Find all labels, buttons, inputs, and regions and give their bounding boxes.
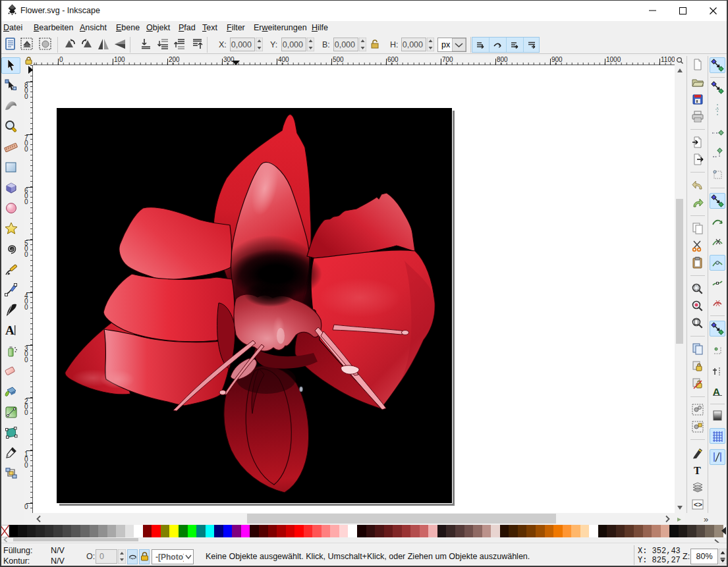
svg-text:<>: <> <box>694 500 702 508</box>
svg-text:T: T <box>694 465 701 476</box>
svg-text:A: A <box>5 323 14 337</box>
